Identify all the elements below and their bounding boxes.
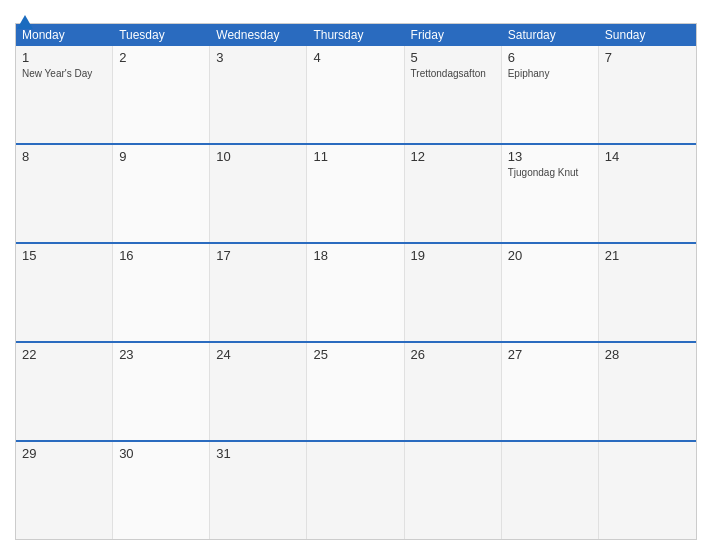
day-cell: 30 <box>113 442 210 539</box>
day-cell: 25 <box>307 343 404 440</box>
day-cell: 6Epiphany <box>502 46 599 143</box>
weeks-container: 1New Year's Day2345Trettondagsafton6Epip… <box>16 46 696 539</box>
day-number: 9 <box>119 149 203 164</box>
day-number: 30 <box>119 446 203 461</box>
day-number: 14 <box>605 149 690 164</box>
day-cell: 17 <box>210 244 307 341</box>
day-number: 4 <box>313 50 397 65</box>
day-number: 5 <box>411 50 495 65</box>
week-row-4: 293031 <box>16 440 696 539</box>
day-header-thursday: Thursday <box>307 24 404 46</box>
holiday-name: Trettondagsafton <box>411 67 495 80</box>
day-cell: 13Tjugondag Knut <box>502 145 599 242</box>
day-cell: 5Trettondagsafton <box>405 46 502 143</box>
day-number: 25 <box>313 347 397 362</box>
holiday-name: New Year's Day <box>22 67 106 80</box>
day-cell: 24 <box>210 343 307 440</box>
day-cell: 19 <box>405 244 502 341</box>
calendar-container: MondayTuesdayWednesdayThursdayFridaySatu… <box>0 0 712 550</box>
day-headers-row: MondayTuesdayWednesdayThursdayFridaySatu… <box>16 24 696 46</box>
day-cell: 9 <box>113 145 210 242</box>
day-number: 23 <box>119 347 203 362</box>
day-number: 8 <box>22 149 106 164</box>
logo-triangle-icon <box>17 15 33 29</box>
holiday-name: Tjugondag Knut <box>508 166 592 179</box>
day-number: 28 <box>605 347 690 362</box>
day-cell: 8 <box>16 145 113 242</box>
day-number: 18 <box>313 248 397 263</box>
day-cell: 10 <box>210 145 307 242</box>
day-number: 11 <box>313 149 397 164</box>
day-cell: 31 <box>210 442 307 539</box>
day-number: 29 <box>22 446 106 461</box>
day-cell: 16 <box>113 244 210 341</box>
logo <box>15 15 33 29</box>
week-row-0: 1New Year's Day2345Trettondagsafton6Epip… <box>16 46 696 143</box>
day-cell: 18 <box>307 244 404 341</box>
day-number: 19 <box>411 248 495 263</box>
day-cell: 26 <box>405 343 502 440</box>
week-row-2: 15161718192021 <box>16 242 696 341</box>
day-number: 20 <box>508 248 592 263</box>
day-cell <box>307 442 404 539</box>
day-cell: 2 <box>113 46 210 143</box>
day-cell: 14 <box>599 145 696 242</box>
day-cell: 1New Year's Day <box>16 46 113 143</box>
day-cell <box>502 442 599 539</box>
day-number: 3 <box>216 50 300 65</box>
day-header-tuesday: Tuesday <box>113 24 210 46</box>
day-header-sunday: Sunday <box>599 24 696 46</box>
day-cell <box>405 442 502 539</box>
day-number: 13 <box>508 149 592 164</box>
calendar-grid: MondayTuesdayWednesdayThursdayFridaySatu… <box>15 23 697 540</box>
day-cell: 21 <box>599 244 696 341</box>
day-number: 2 <box>119 50 203 65</box>
day-number: 12 <box>411 149 495 164</box>
day-number: 16 <box>119 248 203 263</box>
day-number: 10 <box>216 149 300 164</box>
day-cell: 23 <box>113 343 210 440</box>
day-number: 21 <box>605 248 690 263</box>
day-cell: 12 <box>405 145 502 242</box>
day-header-wednesday: Wednesday <box>210 24 307 46</box>
day-number: 15 <box>22 248 106 263</box>
day-cell: 20 <box>502 244 599 341</box>
day-number: 7 <box>605 50 690 65</box>
day-number: 1 <box>22 50 106 65</box>
day-header-saturday: Saturday <box>502 24 599 46</box>
day-cell <box>599 442 696 539</box>
day-header-friday: Friday <box>405 24 502 46</box>
day-cell: 3 <box>210 46 307 143</box>
week-row-3: 22232425262728 <box>16 341 696 440</box>
day-number: 31 <box>216 446 300 461</box>
day-cell: 7 <box>599 46 696 143</box>
day-cell: 11 <box>307 145 404 242</box>
day-cell: 4 <box>307 46 404 143</box>
day-cell: 15 <box>16 244 113 341</box>
day-number: 17 <box>216 248 300 263</box>
day-number: 27 <box>508 347 592 362</box>
day-number: 22 <box>22 347 106 362</box>
week-row-1: 8910111213Tjugondag Knut14 <box>16 143 696 242</box>
logo-blue-text <box>15 15 33 29</box>
day-number: 26 <box>411 347 495 362</box>
day-number: 6 <box>508 50 592 65</box>
day-cell: 29 <box>16 442 113 539</box>
holiday-name: Epiphany <box>508 67 592 80</box>
day-cell: 28 <box>599 343 696 440</box>
day-cell: 22 <box>16 343 113 440</box>
day-cell: 27 <box>502 343 599 440</box>
day-number: 24 <box>216 347 300 362</box>
